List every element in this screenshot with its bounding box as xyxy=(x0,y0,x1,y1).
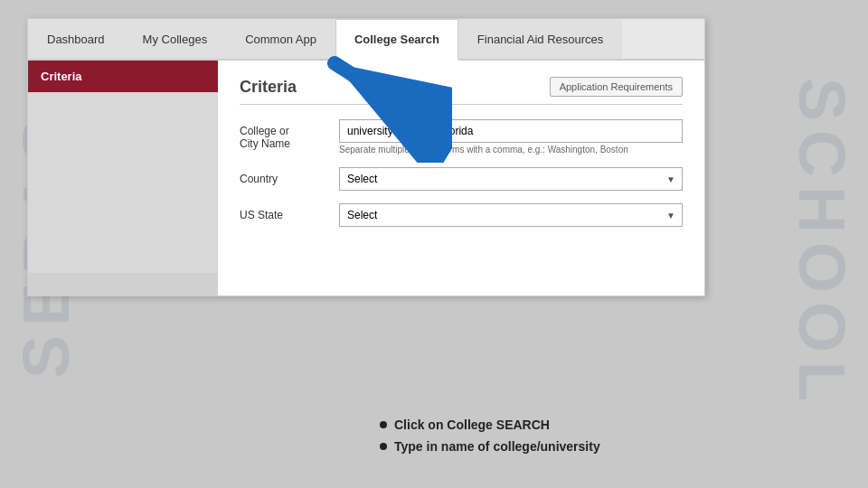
bullets-area: Click on College SEARCH Type in name of … xyxy=(380,418,600,461)
tab-my-colleges[interactable]: My Colleges xyxy=(124,19,227,59)
main-window: Dashboard My Colleges Common App College… xyxy=(27,18,705,296)
sidebar-body xyxy=(28,92,218,273)
us-state-label: US State xyxy=(240,203,339,221)
sidebar-header: Criteria xyxy=(28,61,218,92)
tab-dashboard[interactable]: Dashboard xyxy=(28,19,124,59)
college-city-hint: Separate multiple search terms with a co… xyxy=(339,145,683,155)
bullet-text-1: Click on College SEARCH xyxy=(394,418,550,432)
bullet-item-2: Type in name of college/university xyxy=(380,439,600,454)
sidebar: Criteria xyxy=(28,61,218,296)
country-field: Select ▼ xyxy=(339,167,683,191)
college-city-input[interactable] xyxy=(339,119,683,143)
us-state-select[interactable]: Select xyxy=(339,203,683,227)
application-requirements-button[interactable]: Application Requirements xyxy=(550,77,683,97)
form-area: Criteria Application Requirements Colleg… xyxy=(218,61,704,296)
tab-financial-aid[interactable]: Financial Aid Resources xyxy=(458,19,622,59)
watermark-right: SCHOOL xyxy=(785,78,859,410)
form-title: Criteria Application Requirements xyxy=(240,77,683,105)
tab-common-app[interactable]: Common App xyxy=(226,19,335,59)
tab-college-search[interactable]: College Search xyxy=(335,19,458,61)
college-city-label: College orCity Name xyxy=(240,119,339,150)
country-row: Country Select ▼ xyxy=(240,167,683,191)
bullet-dot-2 xyxy=(380,443,387,450)
us-state-row: US State Select ▼ xyxy=(240,203,683,227)
nav-bar: Dashboard My Colleges Common App College… xyxy=(28,19,704,61)
content-area: Criteria Criteria Application Requiremen… xyxy=(28,61,704,296)
criteria-title: Criteria xyxy=(240,78,297,97)
college-city-row: College orCity Name Separate multiple se… xyxy=(240,119,683,155)
us-state-field: Select ▼ xyxy=(339,203,683,227)
college-city-field: Separate multiple search terms with a co… xyxy=(339,119,683,155)
country-select-wrapper: Select ▼ xyxy=(339,167,683,191)
country-select[interactable]: Select xyxy=(339,167,683,191)
bullet-item-1: Click on College SEARCH xyxy=(380,418,600,432)
us-state-select-wrapper: Select ▼ xyxy=(339,203,683,227)
bullet-text-2: Type in name of college/university xyxy=(394,439,600,454)
bullet-dot-1 xyxy=(380,421,387,428)
country-label: Country xyxy=(240,167,339,185)
